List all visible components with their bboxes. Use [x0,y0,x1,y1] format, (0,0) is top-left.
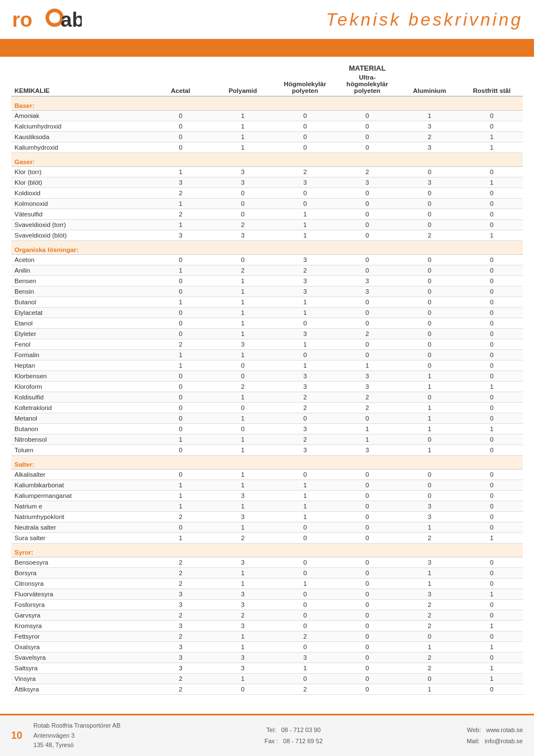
cell-value: 2 [336,403,398,413]
cell-value: 2 [150,610,212,621]
cell-value: 1 [150,297,212,308]
cell-value: 1 [461,132,523,142]
chemical-name: Butanon [11,424,150,434]
cell-value: 0 [398,199,461,209]
cell-value: 0 [398,674,461,684]
cell-value: 0 [398,286,461,297]
main-content: MATERIAL KEMIKALIE Acetal Polyamid Högmo… [0,57,534,700]
table-row: Ättiksyra202010 [11,684,523,695]
chemical-name: Klor (torr) [11,167,150,177]
cell-value: 1 [398,403,461,413]
cell-value: 2 [150,674,212,684]
cell-value: 2 [150,568,212,579]
chemical-name: Kolmonoxid [11,199,150,209]
web-value: www.rotab.se [486,727,523,733]
cell-value: 1 [336,360,398,371]
chemical-name: Bensin [11,286,150,297]
table-row: Anilin122000 [11,265,523,276]
table-row: Fenol231000 [11,339,523,350]
cell-value: 0 [212,199,274,209]
page-title: Teknisk beskrivning [326,9,523,30]
company-name: Rotab Rostfria Transportörer AB [33,721,121,731]
cell-value: 0 [336,568,398,579]
cell-value: 0 [398,220,461,230]
cell-value: 0 [150,286,212,297]
cell-value: 1 [398,568,461,579]
cell-value: 0 [461,392,523,403]
cell-value: 0 [461,610,523,621]
cell-value: 1 [274,512,336,522]
cell-value: 2 [274,403,336,413]
cell-value: 1 [274,491,336,501]
company-info: Rotab Rostfria Transportörer AB Antennvä… [33,721,121,750]
cell-value: 1 [461,177,523,188]
cell-value: 0 [212,403,274,413]
cell-value: 0 [274,600,336,610]
cell-value: 0 [398,434,461,445]
table-row: Etyleter013200 [11,329,523,339]
table-row: Toluen013310 [11,445,523,456]
cell-value: 2 [212,533,274,543]
cell-value: 1 [398,111,461,121]
section-label: Syror: [11,543,523,557]
chemical-name: Alkalisalter [11,470,150,480]
cell-value: 1 [274,663,336,674]
chemical-name: Aceton [11,255,150,265]
table-row: Vätesulfid201000 [11,209,523,220]
cell-value: 3 [212,339,274,350]
table-row: Butanon003111 [11,424,523,434]
cell-value: 2 [150,631,212,642]
chemical-name: Nitrobensol [11,434,150,445]
cell-value: 0 [150,111,212,121]
cell-value: 1 [274,230,336,241]
cell-value: 0 [336,230,398,241]
cell-value: 0 [461,265,523,276]
table-row: Natriumhypoklorit231030 [11,512,523,522]
web-info: Web: www.rotab.se [467,725,523,736]
cell-value: 1 [212,674,274,684]
chemical-name: Fenol [11,339,150,350]
cell-value: 0 [461,512,523,522]
cell-value: 1 [461,621,523,631]
cell-value: 3 [150,230,212,241]
cell-value: 1 [150,434,212,445]
cell-value: 0 [398,480,461,491]
chemical-name: Vätesulfid [11,209,150,220]
chemical-name: Etanol [11,318,150,329]
cell-value: 2 [336,167,398,177]
table-row: Koldisulfid012200 [11,392,523,403]
cell-value: 1 [212,470,274,480]
cell-value: 0 [150,142,212,153]
cell-value: 2 [274,631,336,642]
fax-label: Fax : [264,738,278,744]
chemical-name: Saltsyra [11,663,150,674]
cell-value: 0 [398,360,461,371]
cell-value: 1 [212,132,274,142]
cell-value: 2 [274,167,336,177]
table-row: Koldioxid200000 [11,188,523,199]
cell-value: 1 [274,480,336,491]
column-header-row: KEMIKALIE Acetal Polyamid Högmolekylärpo… [11,72,523,96]
cell-value: 0 [461,308,523,318]
cell-value: 0 [336,610,398,621]
chemical-name: Bensen [11,276,150,286]
cell-value: 0 [336,350,398,360]
cell-value: 3 [274,424,336,434]
table-row: Kaliumhydroxid010031 [11,142,523,153]
cell-value: 0 [212,371,274,382]
svg-point-2 [49,12,60,23]
cell-value: 0 [461,600,523,610]
cell-value: 0 [212,360,274,371]
chemical-name: Ättiksyra [11,684,150,695]
cell-value: 0 [150,318,212,329]
chemical-name: Koldioxid [11,188,150,199]
cell-value: 0 [398,491,461,501]
cell-value: 1 [274,220,336,230]
cell-value: 0 [336,480,398,491]
table-row: Heptan101100 [11,360,523,371]
col-header-chemical: KEMIKALIE [11,72,150,96]
cell-value: 0 [461,445,523,456]
cell-value: 0 [461,501,523,512]
chemical-name: Natrium e [11,501,150,512]
cell-value: 0 [274,111,336,121]
